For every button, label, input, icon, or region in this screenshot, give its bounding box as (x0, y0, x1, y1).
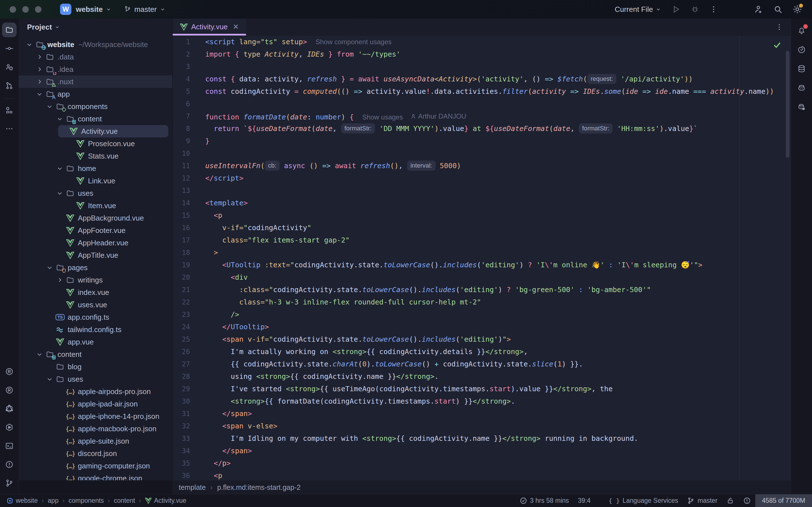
r-plugin-icon[interactable]: R (2, 364, 17, 379)
code-line-13[interactable]: 13 (172, 184, 791, 197)
code-line-17[interactable]: 17 class="flex items-start gap-2" (172, 234, 791, 246)
highlighting-level[interactable] (739, 494, 755, 507)
line-number[interactable]: 11 (172, 160, 200, 172)
chevron-down-icon[interactable] (45, 263, 55, 273)
code-line-7[interactable]: 7function formatDate(date: number) {Show… (172, 110, 791, 122)
code-line-25[interactable]: 25 <span v-if="codingActivity.state.toLo… (172, 333, 791, 346)
code-line-31[interactable]: 31 </span> (172, 407, 791, 420)
code-line-19[interactable]: 19 <UTooltip :text="codingActivity.state… (172, 259, 791, 271)
notifications-icon[interactable] (794, 23, 809, 38)
line-number[interactable]: 31 (172, 407, 200, 420)
chevron-down-icon[interactable] (55, 188, 65, 198)
memory-indicator[interactable]: 4585 of 7700M (755, 494, 812, 507)
breadcrumb-element[interactable]: p.flex.md:items-start.gap-2 (217, 483, 301, 492)
code-line-26[interactable]: 26 I'm actually working on <strong>{{ co… (172, 346, 791, 358)
chevron-down-icon[interactable] (35, 89, 45, 99)
code-line-33[interactable]: 33 I'm Idling on my computer with <stron… (172, 432, 791, 445)
tree-item-content[interactable]: content (18, 348, 172, 360)
tree-item-apple-airpods-pro-json[interactable]: {…}apple-airpods-pro.json (18, 385, 172, 398)
code-line-14[interactable]: 14<template> (172, 197, 791, 209)
line-number[interactable]: 30 (172, 395, 200, 407)
tree-item-appheader-vue[interactable]: AppHeader.vue (18, 237, 172, 249)
tree-item-discord-json[interactable]: {…}discord.json (18, 447, 172, 460)
breadcrumb-template[interactable]: template (179, 483, 206, 492)
status-breadcrumb-components[interactable]: components (68, 497, 104, 504)
line-number[interactable]: 19 (172, 259, 200, 271)
code-author-hint[interactable]: Arthur DANJOU (410, 110, 466, 122)
tree-item-home[interactable]: home (18, 162, 172, 175)
chevron-right-icon[interactable] (55, 275, 65, 285)
line-number[interactable]: 1 (172, 36, 200, 48)
tree-item-components[interactable]: components (18, 100, 172, 113)
line-number[interactable]: 21 (172, 284, 200, 296)
chevron-down-icon[interactable] (24, 40, 35, 50)
structure-icon[interactable] (2, 103, 17, 117)
line-number[interactable]: 26 (172, 346, 200, 358)
line-number[interactable]: 27 (172, 358, 200, 371)
line-number[interactable]: 4 (172, 73, 200, 86)
tree-item-gaming-computer-json[interactable]: {…}gaming-computer.json (18, 460, 172, 472)
tree-item-apple-iphone-14-pro-json[interactable]: {…}apple-iphone-14-pro.json (18, 410, 172, 422)
code-with-me-icon[interactable] (2, 60, 17, 74)
line-number[interactable]: 22 (172, 296, 200, 308)
chevron-down-icon[interactable] (55, 163, 65, 173)
line-number[interactable]: 2 (172, 48, 200, 61)
code-line-28[interactable]: 28 using <strong>{{ codingActivity.name … (172, 371, 791, 383)
line-number[interactable]: 8 (172, 122, 200, 135)
line-number[interactable]: 32 (172, 420, 200, 432)
git-branch-widget[interactable]: master (682, 494, 722, 507)
code-line-24[interactable]: 24 </UTooltip> (172, 321, 791, 333)
code-line-27[interactable]: 27 {{ codingActivity.state.charAt(0).toL… (172, 358, 791, 371)
line-number[interactable]: 18 (172, 246, 200, 259)
inspections-ok-icon[interactable] (772, 40, 781, 50)
code-line-34[interactable]: 34 </span> (172, 445, 791, 457)
tree-item-tailwind-config-ts[interactable]: tailwind.config.ts (18, 323, 172, 336)
code-line-30[interactable]: 30 <strong>{{ formatDate(codingActivity.… (172, 395, 791, 407)
tree-item-apple-suite-json[interactable]: {…}apple-suite.json (18, 435, 172, 447)
tree-item-proseicon-vue[interactable]: ProseIcon.vue (18, 137, 172, 150)
line-number[interactable]: 6 (172, 98, 200, 110)
copilot-status[interactable] (595, 494, 604, 507)
line-number[interactable]: 9 (172, 135, 200, 147)
code-line-15[interactable]: 15 <p (172, 209, 791, 222)
line-number[interactable]: 28 (172, 371, 200, 383)
tree-item-uses[interactable]: uses (18, 373, 172, 385)
close-window-icon[interactable] (10, 6, 16, 13)
line-number[interactable]: 14 (172, 197, 200, 209)
close-tab-icon[interactable]: ✕ (233, 22, 239, 31)
branch-name[interactable]: master (134, 5, 156, 14)
line-number[interactable]: 15 (172, 209, 200, 222)
chevron-right-icon[interactable] (35, 64, 45, 74)
code-line-12[interactable]: 12</script> (172, 172, 791, 184)
line-number[interactable]: 5 (172, 86, 200, 98)
code-line-9[interactable]: 9} (172, 135, 791, 147)
search-icon[interactable] (773, 4, 783, 14)
tree-item-appbackground-vue[interactable]: AppBackground.vue (18, 212, 172, 224)
code-line-1[interactable]: 1<script lang="ts" setup>Show component … (172, 36, 791, 48)
line-number[interactable]: 17 (172, 234, 200, 246)
code-line-16[interactable]: 16 v-if="codingActivity" (172, 222, 791, 234)
code-line-4[interactable]: 4const { data: activity, refresh } = awa… (172, 73, 791, 86)
code-line-10[interactable]: 10 (172, 147, 791, 160)
line-number[interactable]: 23 (172, 308, 200, 321)
inline-usages-hint[interactable]: Show usages (362, 113, 403, 121)
project-panel-header[interactable]: Project (18, 18, 172, 36)
tree-item-app-config-ts[interactable]: TSapp.config.ts (18, 311, 172, 323)
line-number[interactable]: 36 (172, 469, 200, 480)
tree-item--nuxt[interactable]: .nuxt (18, 75, 172, 88)
line-number[interactable]: 10 (172, 147, 200, 160)
chevron-down-icon[interactable] (35, 349, 45, 359)
services-icon[interactable] (2, 420, 17, 435)
project-name[interactable]: website (76, 5, 103, 14)
problems-icon[interactable] (2, 457, 17, 472)
r-plugin-icon-2[interactable]: R (2, 383, 17, 397)
code-line-18[interactable]: 18 > (172, 246, 791, 259)
ai-assistant-icon[interactable] (794, 42, 809, 57)
line-number[interactable]: 7 (172, 110, 200, 122)
database-icon[interactable] (794, 61, 809, 76)
editor-scrollbar[interactable] (786, 51, 790, 158)
terminal-icon[interactable] (2, 439, 17, 453)
tree-item-index-vue[interactable]: index.vue (18, 286, 172, 298)
code-line-22[interactable]: 22 class="h-3 w-3 inline-flex rounded-fu… (172, 296, 791, 308)
tree-item-link-vue[interactable]: Link.vue (18, 175, 172, 187)
